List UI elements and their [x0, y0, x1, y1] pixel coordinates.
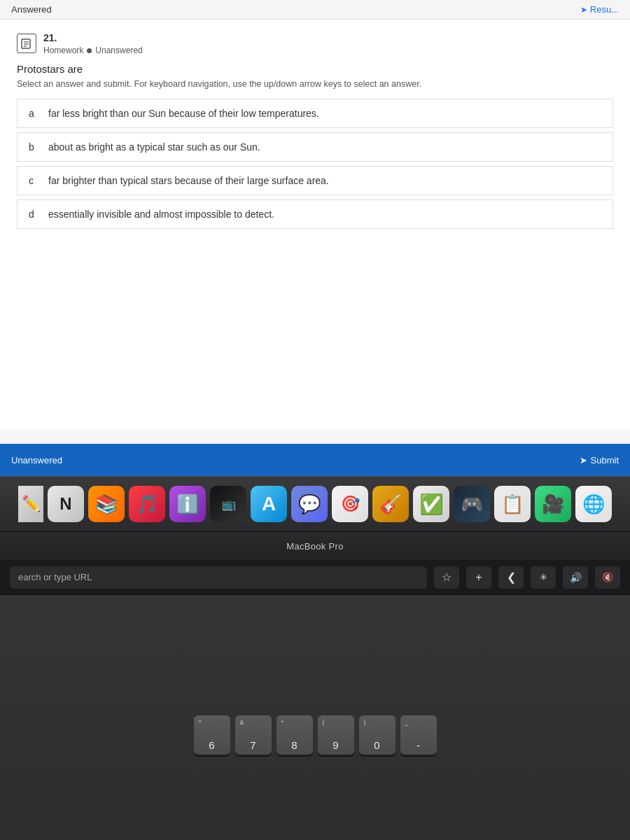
dock-icon-chrome[interactable]: 🌐	[575, 486, 612, 522]
add-tab-btn[interactable]: +	[466, 566, 491, 589]
main-content: 21. Homework Unanswered Protostars are S…	[0, 20, 630, 430]
option-a[interactable]: a far less bright than our Sun because o…	[17, 99, 613, 128]
dock-icon-music[interactable]: 🎵	[129, 486, 165, 522]
macbook-label-area: MacBook Pro	[0, 532, 630, 560]
keyboard: ^ 6 & 7 * 8 ( 9 ) 0 _ -	[0, 595, 630, 840]
option-c[interactable]: c far brighter than typical stars becaus…	[17, 166, 613, 195]
volume-btn[interactable]: 🔊	[563, 566, 588, 589]
dock: ✏️ N 📚 🎵 ℹ️ 📺 A 💬 🎯 🎸 ✅ 🎮 📋 🎥 🌐	[0, 476, 630, 532]
dock-icon-tv[interactable]: 📺	[210, 486, 246, 522]
bookmark-btn[interactable]: ☆	[434, 566, 459, 589]
option-text-d: essentially invisible and almost impossi…	[48, 209, 274, 220]
option-letter-b: b	[29, 141, 40, 153]
keyboard-rows: ^ 6 & 7 * 8 ( 9 ) 0 _ -	[0, 595, 630, 840]
dock-icon-pencil[interactable]: ✏️	[18, 486, 43, 522]
submit-arrow-icon: ➤	[580, 455, 587, 465]
brightness-btn[interactable]: ✳	[531, 566, 556, 589]
url-input[interactable]: earch or type URL	[10, 566, 427, 589]
key-6[interactable]: ^ 6	[194, 715, 230, 755]
option-letter-d: d	[29, 209, 40, 220]
answer-options: a far less bright than our Sun because o…	[17, 99, 613, 229]
submit-button[interactable]: ➤ Submit	[580, 455, 619, 465]
dock-icon-omnifocus[interactable]: ✅	[413, 486, 449, 522]
unanswered-label: Unanswered	[11, 455, 62, 465]
option-text-a: far less bright than our Sun because of …	[48, 108, 319, 119]
dock-icon-notification[interactable]: 🎯	[332, 486, 368, 522]
key-minus[interactable]: _ -	[400, 715, 437, 755]
dock-icon-trainer[interactable]: A	[251, 486, 287, 522]
option-text-c: far brighter than typical stars because …	[48, 175, 329, 186]
dock-icon-facetime[interactable]: 🎥	[535, 486, 571, 522]
dock-icon-garageband[interactable]: 🎸	[372, 486, 409, 522]
macbook-label: MacBook Pro	[286, 541, 343, 552]
dock-icon-colloq[interactable]: 📋	[494, 486, 531, 522]
back-btn[interactable]: ❮	[498, 566, 524, 589]
answered-label: Answered	[11, 4, 52, 15]
question-header: 21. Homework Unanswered	[17, 32, 613, 56]
dock-icon-podcasts[interactable]: ℹ️	[169, 486, 206, 522]
screen: Answered ➤ Resu... 21. Homework	[0, 0, 630, 476]
hw-badge: Homework Unanswered	[43, 46, 143, 55]
key-row-1: ^ 6 & 7 * 8 ( 9 ) 0 _ -	[194, 715, 437, 755]
dock-icon-discord[interactable]: 💬	[291, 486, 328, 522]
key-7[interactable]: & 7	[235, 715, 272, 755]
question-icon	[17, 34, 36, 53]
bottom-bar: Unanswered ➤ Submit	[0, 444, 630, 476]
option-b[interactable]: b about as bright as a typical star such…	[17, 132, 613, 162]
dot-separator	[87, 48, 92, 53]
question-text: Protostars are	[17, 63, 613, 75]
url-placeholder: earch or type URL	[18, 572, 92, 582]
mute-btn[interactable]: 🔇	[595, 566, 620, 589]
dock-icon-n[interactable]: N	[48, 486, 84, 522]
touchbar: earch or type URL ☆ + ❮ ✳ 🔊 🔇	[0, 560, 630, 595]
question-meta: 21. Homework Unanswered	[43, 32, 143, 56]
arrow-icon: ➤	[580, 5, 587, 15]
resume-label: ➤ Resu...	[580, 4, 619, 15]
dock-icon-steam[interactable]: 🎮	[454, 486, 490, 522]
option-letter-a: a	[29, 108, 40, 119]
key-0[interactable]: ) 0	[359, 715, 396, 755]
key-9[interactable]: ( 9	[318, 715, 354, 755]
option-letter-c: c	[29, 175, 40, 186]
status-bar: Answered ➤ Resu...	[0, 0, 630, 20]
option-d[interactable]: d essentially invisible and almost impos…	[17, 200, 613, 229]
question-number: 21.	[43, 32, 143, 43]
dock-icon-books[interactable]: 📚	[88, 486, 125, 522]
instruction-text: Select an answer and submit. For keyboar…	[17, 79, 613, 89]
option-text-b: about as bright as a typical star such a…	[48, 141, 260, 153]
key-8[interactable]: * 8	[276, 715, 313, 755]
